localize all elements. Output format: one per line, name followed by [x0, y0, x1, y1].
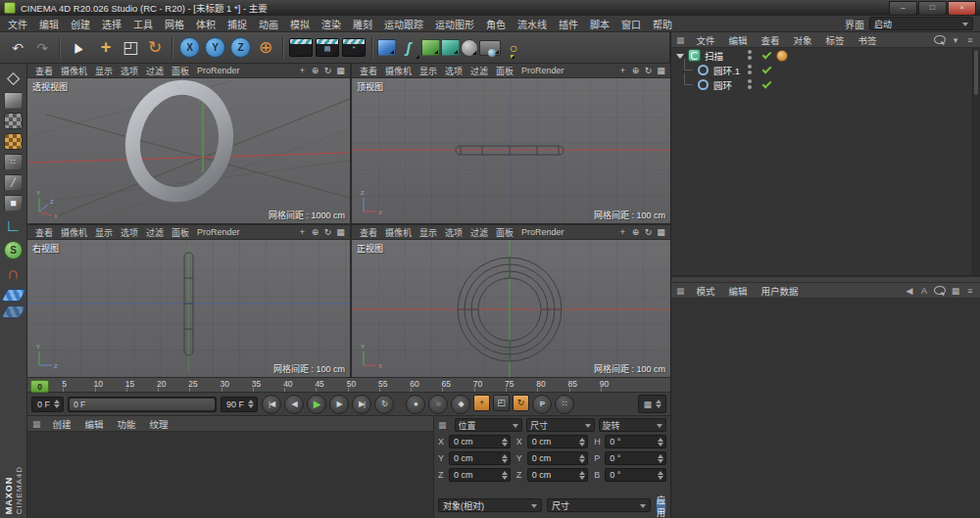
spinner-arrows-icon[interactable] [54, 400, 60, 408]
visibility-dots[interactable] [748, 50, 752, 60]
next-frame-button[interactable]: ▶ [329, 395, 349, 414]
menu-item[interactable]: 角色 [480, 16, 512, 32]
generator-button[interactable] [441, 39, 460, 56]
enable-axis-icon[interactable]: ∟ [3, 215, 24, 237]
make-editable-icon[interactable]: ◇ [3, 67, 24, 88]
coordinate-input[interactable]: 0 ° [605, 451, 666, 465]
menu-item[interactable]: 工具 [127, 16, 159, 32]
object-manager-menu-item[interactable]: 查看 [756, 33, 786, 47]
record-parameter-toggle[interactable]: P [532, 395, 552, 414]
visibility-dots[interactable] [748, 79, 752, 89]
object-row[interactable]: 圆环.1 [671, 63, 980, 77]
spinner-arrows-icon[interactable] [658, 438, 663, 447]
history-back-icon[interactable]: ◀ [905, 286, 914, 296]
panel-menu-icon[interactable]: ▦ [643, 400, 652, 409]
coordinate-input[interactable]: 0 cm [449, 435, 511, 448]
viewport-menu-item[interactable]: 面板 [168, 226, 193, 239]
object-name[interactable]: 圆环 [713, 78, 732, 92]
render-picture-viewer-button[interactable]: ▤ [316, 38, 339, 57]
viewport-menu-item[interactable]: 显示 [416, 226, 441, 239]
menu-item[interactable]: 体积 [190, 16, 221, 32]
viewport-menu-item[interactable]: 面板 [168, 65, 193, 77]
panel-menu-icon[interactable]: ▦ [676, 35, 685, 45]
spinner-arrows-icon[interactable] [502, 471, 508, 480]
viewport-menu-item[interactable]: 显示 [91, 226, 117, 239]
scrollbar-thumb[interactable] [974, 50, 978, 95]
coordinate-input[interactable]: 0 cm [527, 468, 589, 482]
menu-item[interactable]: 创建 [65, 16, 96, 32]
menu-item[interactable]: 文件 [2, 16, 33, 32]
viewport-canvas[interactable]: X Z 顶视图 网格间距 : 100 cm [352, 78, 670, 223]
record-scale-toggle[interactable]: ◰ [493, 395, 510, 411]
camera-button[interactable] [479, 40, 501, 56]
search-icon[interactable] [934, 286, 946, 295]
zoom-view-icon[interactable]: ⊕ [630, 66, 641, 75]
viewport-menu-item[interactable]: 查看 [31, 65, 57, 77]
goto-start-button[interactable]: |◀ [262, 395, 281, 414]
enabled-check-icon[interactable] [762, 50, 772, 60]
viewport-menu-item[interactable]: 查看 [356, 226, 381, 239]
toggle-view-icon[interactable]: ▦ [656, 66, 666, 75]
viewport-menu-item[interactable]: 面板 [492, 226, 517, 239]
viewport-menu-item[interactable]: 摄像机 [57, 65, 91, 77]
prorender-menu[interactable]: ProRender [197, 227, 240, 237]
zoom-view-icon[interactable]: ⊕ [310, 66, 320, 75]
object-manager-menu-item[interactable]: 对象 [788, 33, 818, 47]
viewport-menu-item[interactable]: 选项 [441, 226, 466, 239]
zoom-view-icon[interactable]: ⊕ [310, 227, 320, 237]
edges-mode-icon[interactable]: ╱ [4, 174, 23, 191]
object-manager-menu-item[interactable]: 书签 [853, 33, 883, 47]
render-view-button[interactable] [289, 38, 313, 57]
menu-item[interactable]: 流水线 [512, 16, 553, 32]
viewport-canvas[interactable]: X Y Z 透视视图 网格间距 : 1000 cm [27, 78, 350, 223]
coordinate-mode-select[interactable]: 对象(相对) [438, 498, 542, 512]
keyframe-selection-button[interactable]: ◆ [451, 395, 470, 414]
spinner-arrows-icon[interactable] [658, 454, 663, 463]
enable-snap-icon[interactable]: ∩ [3, 263, 24, 285]
record-pla-toggle[interactable]: ∷ [555, 395, 574, 414]
coordinate-input[interactable]: 0 cm [527, 435, 589, 448]
object-manager-menu-item[interactable]: 标签 [820, 33, 851, 47]
text-icon[interactable]: A [919, 286, 929, 296]
object-name[interactable]: 圆环.1 [713, 64, 740, 77]
pan-view-icon[interactable]: + [617, 66, 628, 75]
prorender-menu[interactable]: ProRender [521, 227, 564, 237]
range-bar[interactable] [70, 399, 215, 410]
close-button[interactable]: × [948, 1, 976, 16]
rotate-view-icon[interactable]: ↻ [643, 227, 654, 237]
panel-menu-icon[interactable]: ≡ [965, 35, 975, 45]
rotate-view-icon[interactable]: ↻ [322, 227, 333, 237]
workplane-icon[interactable] [0, 289, 26, 302]
pan-view-icon[interactable]: + [297, 227, 308, 237]
viewport-menu-item[interactable]: 过滤 [142, 65, 168, 77]
live-selection-icon[interactable]: ▶ [65, 36, 88, 60]
object-manager-menu-item[interactable]: 编辑 [723, 33, 754, 47]
attribute-manager-tab[interactable]: 模式 [691, 284, 721, 298]
prorender-menu[interactable]: ProRender [197, 66, 240, 75]
subdivision-surface-button[interactable] [421, 39, 440, 56]
end-frame-field[interactable]: 90 F [220, 397, 258, 412]
move-icon[interactable]: + [94, 36, 118, 60]
attribute-manager-body[interactable] [671, 299, 980, 518]
viewport-menu-item[interactable]: 过滤 [466, 226, 492, 239]
coordinate-system-button[interactable]: ⊕ [254, 36, 277, 60]
timeline-playhead[interactable]: 0 [30, 380, 49, 393]
undo-icon[interactable]: ↶ [6, 36, 29, 60]
menu-item[interactable]: 帮助 [647, 16, 678, 32]
scale-icon[interactable]: ◰ [119, 36, 142, 60]
viewport-menu-item[interactable]: 面板 [492, 65, 517, 77]
viewport-menu-item[interactable]: 摄像机 [381, 226, 416, 239]
viewport-menu-item[interactable]: 过滤 [466, 65, 492, 77]
panel-menu-icon[interactable]: ▦ [676, 286, 685, 296]
lock-y-axis-button[interactable]: Y [205, 37, 225, 58]
object-row[interactable]: 圆环 [671, 77, 980, 92]
goto-end-button[interactable]: ▶| [352, 395, 371, 414]
minimize-button[interactable]: – [889, 1, 917, 16]
viewport-menu-item[interactable]: 摄像机 [381, 65, 416, 77]
viewport-solo-icon[interactable]: S [4, 241, 23, 259]
viewport-menu-item[interactable]: 显示 [416, 65, 441, 77]
visibility-dots[interactable] [748, 65, 752, 74]
toggle-view-icon[interactable]: ▦ [335, 66, 346, 75]
panel-menu-icon[interactable]: ▦ [32, 419, 41, 429]
lock-workplane-icon[interactable] [0, 306, 26, 318]
